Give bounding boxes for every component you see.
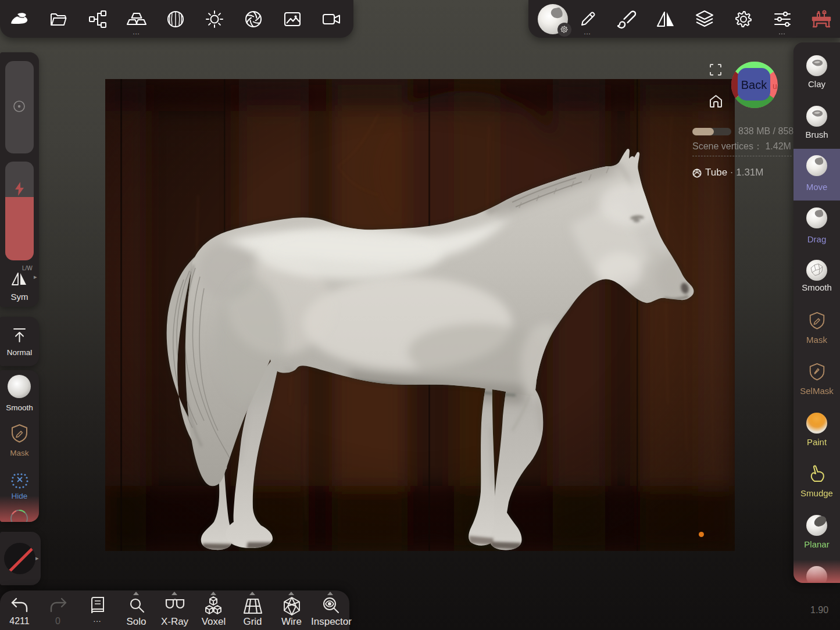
svg-text:Back: Back [741,78,767,91]
svg-text:u: u [773,81,777,91]
